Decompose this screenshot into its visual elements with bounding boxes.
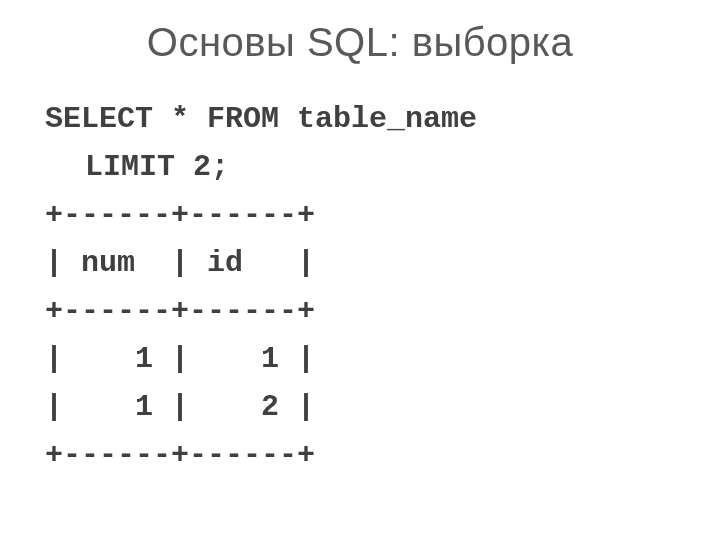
- sql-code-block: SELECT * FROM table_name LIMIT 2; +-----…: [30, 95, 690, 479]
- page-title: Основы SQL: выборка: [30, 20, 690, 65]
- table-border-bot: +------+------+: [45, 431, 690, 479]
- table-row-1: | 1 | 1 |: [45, 335, 690, 383]
- table-row-2: | 1 | 2 |: [45, 383, 690, 431]
- sql-select-line: SELECT * FROM table_name: [45, 95, 690, 143]
- table-border-mid: +------+------+: [45, 287, 690, 335]
- table-header: | num | id |: [45, 239, 690, 287]
- sql-limit-line: LIMIT 2;: [45, 143, 690, 191]
- table-border-top: +------+------+: [45, 191, 690, 239]
